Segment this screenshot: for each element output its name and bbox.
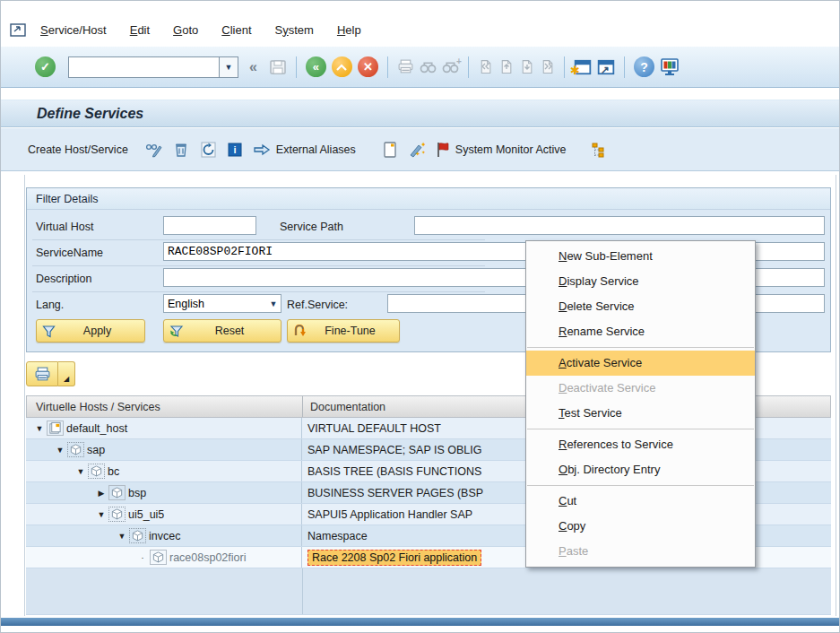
node-label: invcec xyxy=(149,530,180,542)
menu-item-delete-service[interactable]: Delete Service xyxy=(526,294,755,319)
expander-icon[interactable]: ▼ xyxy=(33,424,46,433)
chevron-down-icon[interactable]: ▼ xyxy=(266,299,281,308)
menu-separator xyxy=(527,485,754,486)
service-name-label: ServiceName xyxy=(36,243,103,263)
menu-edit[interactable]: Edit xyxy=(130,23,150,37)
menu-item-copy[interactable]: Copy xyxy=(526,514,755,539)
shortcut-icon[interactable]: ↗ xyxy=(597,59,615,75)
command-input[interactable] xyxy=(68,56,219,78)
menu-client[interactable]: Client xyxy=(221,23,251,37)
expander-icon[interactable]: ▶ xyxy=(95,489,108,498)
node-label: bsp xyxy=(128,487,146,499)
find-icon[interactable] xyxy=(420,60,437,74)
separator xyxy=(564,56,565,78)
display-change-icon[interactable] xyxy=(144,142,162,158)
previous-page-icon[interactable] xyxy=(498,59,514,74)
enter-icon[interactable]: ✓ xyxy=(35,56,56,77)
virtual-host-input[interactable] xyxy=(163,216,256,235)
column-divider xyxy=(302,568,303,614)
node-label: default_host xyxy=(66,422,127,435)
service-path-label: Service Path xyxy=(280,217,343,237)
doc-text: SAPUI5 Application Handler SAP xyxy=(307,508,472,521)
external-alias-arrow-icon[interactable] xyxy=(253,143,271,156)
cancel-icon[interactable]: ✕ xyxy=(358,56,378,77)
sap-gui-window: Service/Host Edit Goto Client System Hel… xyxy=(0,0,840,633)
reset-button[interactable]: Reset xyxy=(163,319,281,343)
delete-icon[interactable] xyxy=(173,142,189,158)
menu-item-references-to-service[interactable]: References to Service xyxy=(526,432,755,457)
command-dropdown-icon[interactable]: ▼ xyxy=(219,56,238,78)
menu-system[interactable]: System xyxy=(275,23,314,37)
menu-item-obj-directory-entry[interactable]: Obj. Directory Entry xyxy=(526,457,755,482)
detail-icon[interactable] xyxy=(383,142,397,158)
menu-service-host[interactable]: Service/Host xyxy=(40,23,107,37)
menu-goto[interactable]: Goto xyxy=(173,23,198,37)
expander-icon[interactable]: ▼ xyxy=(74,467,87,476)
svg-text:✦: ✦ xyxy=(421,150,425,155)
find-next-icon[interactable]: + xyxy=(442,60,459,74)
system-monitor-active-label: System Monitor Active xyxy=(455,143,567,156)
selected-doc-cell[interactable]: Race 2208 Sp02 Fiori application xyxy=(307,550,481,566)
column-header-hosts[interactable]: Virtuelle Hosts / Services xyxy=(27,396,303,417)
fine-tune-icon xyxy=(293,325,307,338)
next-page-icon[interactable] xyxy=(519,59,534,74)
node-label: ui5_ui5 xyxy=(128,508,164,521)
package-icon xyxy=(130,529,145,542)
svg-text:i: i xyxy=(233,144,236,155)
fine-tune-button[interactable]: Fine-Tune xyxy=(287,319,400,343)
menu-item-display-service[interactable]: Display Service xyxy=(526,269,755,294)
lang-label: Lang. xyxy=(36,295,64,315)
hierarchy-icon[interactable] xyxy=(591,142,606,158)
first-page-icon[interactable] xyxy=(478,59,493,74)
menu-bar: Service/Host Edit Goto Client System Hel… xyxy=(1,15,839,44)
wizard-icon[interactable]: ✦✦✦ xyxy=(408,142,425,158)
package-icon xyxy=(89,464,104,478)
print-tree-icon[interactable] xyxy=(26,361,58,386)
print-icon[interactable] xyxy=(397,59,414,74)
refresh-icon[interactable] xyxy=(200,142,217,158)
menu-help[interactable]: Help xyxy=(337,23,361,37)
help-icon[interactable]: ? xyxy=(634,56,654,77)
menu-item-rename-service[interactable]: Rename Service xyxy=(526,319,755,344)
lang-select[interactable]: English ▼ xyxy=(163,294,281,313)
menu-item-cut[interactable]: Cut xyxy=(526,489,755,514)
filter-details-title: Filter Details xyxy=(27,188,830,210)
last-page-icon[interactable] xyxy=(540,59,555,74)
save-icon[interactable] xyxy=(269,59,287,75)
menu-item-activate-service[interactable]: Activate Service xyxy=(526,351,755,376)
flag-icon[interactable] xyxy=(436,142,450,158)
content-left-border xyxy=(24,175,25,616)
doc-text: BUSINESS SERVER PAGES (BSP xyxy=(307,487,483,499)
collapse-toolbar-icon[interactable]: « xyxy=(249,59,257,75)
separator xyxy=(468,56,469,78)
expander-icon[interactable]: ▼ xyxy=(95,510,108,519)
filter-reset-icon xyxy=(169,325,184,338)
menu-item-test-service[interactable]: Test Service xyxy=(526,401,755,426)
sap-screen-icon[interactable] xyxy=(10,22,28,38)
exit-icon[interactable] xyxy=(332,56,352,77)
expander-icon[interactable]: · xyxy=(136,553,149,562)
host-icon xyxy=(48,421,63,435)
node-label: bc xyxy=(108,465,119,478)
page-title: Define Services xyxy=(37,106,143,122)
service-path-input[interactable] xyxy=(414,216,825,235)
svg-text:✦: ✦ xyxy=(420,142,425,149)
apply-button[interactable]: Apply xyxy=(36,319,145,343)
print-options-dropdown-icon[interactable]: ◢ xyxy=(58,361,75,386)
external-aliases-button[interactable]: External Aliases xyxy=(276,143,356,156)
separator xyxy=(624,56,625,78)
back-icon[interactable]: « xyxy=(306,56,326,77)
info-icon[interactable]: i xyxy=(228,143,242,157)
expander-icon[interactable]: ▼ xyxy=(116,532,128,541)
new-session-icon[interactable]: ✱ xyxy=(574,59,592,75)
title-bar: Define Services xyxy=(1,100,839,127)
customize-layout-icon[interactable] xyxy=(660,58,680,76)
create-host-service-button[interactable]: Create Host/Service xyxy=(28,143,128,156)
menu-item-new-sub-element[interactable]: New Sub-Element xyxy=(526,244,755,269)
package-icon xyxy=(109,507,125,521)
command-field: ▼ xyxy=(68,56,238,78)
expander-icon[interactable]: ▼ xyxy=(54,446,66,455)
doc-text: SAP NAMESPACE; SAP IS OBLIG xyxy=(307,444,482,456)
package-icon xyxy=(68,443,83,456)
virtual-host-label: Virtual Host xyxy=(36,217,93,237)
